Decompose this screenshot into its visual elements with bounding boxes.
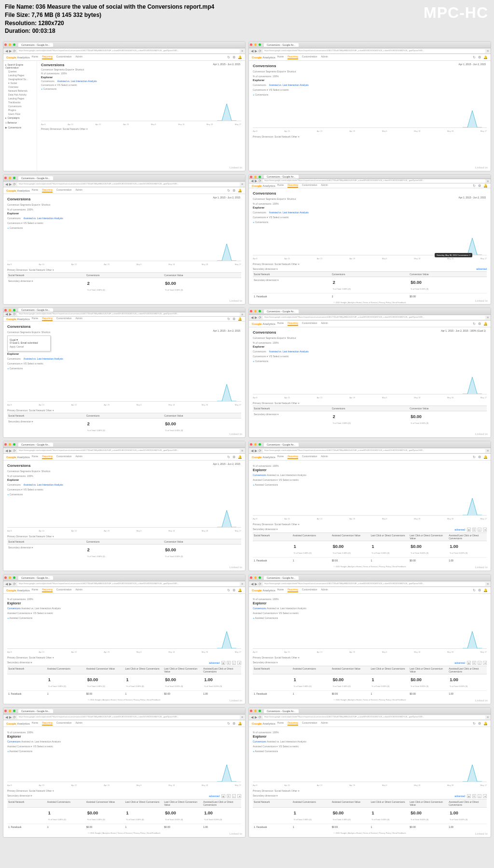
menu-icon[interactable]: ≡: [241, 582, 243, 586]
nav-reporting[interactable]: Reporting: [42, 188, 53, 193]
close-icon[interactable]: [4, 309, 7, 311]
back-icon[interactable]: ◀: [5, 449, 8, 453]
reload-icon[interactable]: ⟳: [259, 49, 261, 53]
nav-admin[interactable]: Admin: [321, 588, 328, 592]
browser-tab[interactable]: Conversions - Google An...: [264, 709, 299, 713]
menu-icon[interactable]: ≡: [487, 180, 489, 183]
browser-tab[interactable]: Conversions - Google An...: [264, 309, 299, 313]
export-bar[interactable]: Conversion Segments Export ▾ Shortcut: [7, 331, 241, 334]
sidebar-item[interactable]: Queries: [5, 70, 35, 73]
menu-icon[interactable]: ≡: [487, 715, 489, 719]
forward-icon[interactable]: ▶: [9, 182, 12, 186]
nav-home[interactable]: Home: [32, 55, 38, 59]
url-field[interactable]: https://www.google.com/analytics/web/?hl…: [263, 316, 485, 320]
view-mode-icon[interactable]: ◫: [478, 661, 481, 665]
view-mode-icon[interactable]: ☰: [472, 661, 476, 665]
primary-dimension[interactable]: Primary Dimension: Social Network Other …: [7, 535, 241, 538]
nav-customization[interactable]: Customization: [56, 455, 72, 459]
view-mode-icon[interactable]: ◫: [478, 528, 481, 532]
view-mode-icon[interactable]: ⊞: [483, 661, 487, 665]
nav-customization[interactable]: Customization: [56, 188, 72, 193]
browser-tab[interactable]: Conversions - Google An...: [264, 175, 299, 179]
tab-assisted[interactable]: Assisted vs. Last Interaction Analysis: [57, 80, 97, 83]
nav-customization[interactable]: Customization: [302, 588, 317, 592]
settings-icon[interactable]: ⚙: [233, 56, 235, 59]
nav-home[interactable]: Home: [277, 721, 284, 726]
refresh-icon[interactable]: ↻: [473, 722, 476, 726]
settings-icon[interactable]: ⚙: [478, 455, 481, 459]
primary-dimension[interactable]: Primary Dimension: Social Network Other …: [253, 402, 487, 405]
settings-icon[interactable]: ⚙: [478, 722, 481, 726]
menu-icon[interactable]: ≡: [487, 49, 489, 53]
notifications-icon[interactable]: 🔔: [238, 455, 242, 459]
view-mode-icon[interactable]: ◫: [478, 794, 481, 798]
metric-selector[interactable]: Conversions ▾ VS Select a metric: [253, 355, 487, 358]
date-range[interactable]: Apr 1, 2015 - Jun 2, 2015: [213, 329, 240, 332]
sidebar-item[interactable]: Data Hub Activity: [5, 93, 35, 97]
reload-icon[interactable]: ⟳: [13, 182, 16, 186]
maximize-icon[interactable]: [259, 176, 261, 178]
forward-icon[interactable]: ▶: [9, 715, 12, 719]
nav-reporting[interactable]: Reporting: [288, 588, 298, 592]
tab-conversions[interactable]: Conversions: [253, 84, 266, 86]
view-mode-icon[interactable]: ⊞: [237, 794, 241, 798]
menu-icon[interactable]: ≡: [241, 313, 243, 316]
browser-tab[interactable]: Conversions - Google An...: [18, 443, 53, 447]
refresh-icon[interactable]: ↻: [227, 588, 230, 592]
nav-home[interactable]: Home: [32, 317, 38, 321]
menu-icon[interactable]: ≡: [241, 715, 243, 719]
tab-conversions[interactable]: Conversions: [41, 80, 55, 83]
nav-customization[interactable]: Customization: [302, 455, 317, 459]
back-icon[interactable]: ◀: [251, 582, 253, 586]
maximize-icon[interactable]: [259, 710, 261, 712]
sidebar-item[interactable]: ▾ Social: [5, 81, 35, 85]
browser-tab[interactable]: Conversions - Google An...: [18, 308, 53, 312]
view-mode-icon[interactable]: ⊞: [237, 661, 241, 665]
notifications-icon[interactable]: 🔔: [483, 455, 488, 459]
refresh-icon[interactable]: ↻: [227, 317, 230, 321]
back-icon[interactable]: ◀: [5, 715, 8, 719]
nav-home[interactable]: Home: [32, 721, 38, 726]
nav-admin[interactable]: Admin: [76, 721, 82, 726]
table-row[interactable]: 1. Facebook2$0.00: [253, 293, 487, 299]
minimize-icon[interactable]: [9, 43, 11, 46]
settings-icon[interactable]: ⚙: [233, 722, 235, 726]
nav-customization[interactable]: Customization: [56, 317, 72, 321]
maximize-icon[interactable]: [13, 309, 15, 311]
close-icon[interactable]: [4, 443, 7, 446]
export-bar[interactable]: Conversion Segments Export ▾ Shortcut: [253, 336, 487, 339]
back-icon[interactable]: ◀: [251, 179, 253, 183]
back-icon[interactable]: ◀: [251, 449, 253, 453]
nav-home[interactable]: Home: [277, 588, 284, 592]
url-field[interactable]: https://www.google.com/analytics/web/?hl…: [263, 582, 485, 586]
back-icon[interactable]: ◀: [5, 182, 8, 186]
settings-icon[interactable]: ⚙: [478, 184, 481, 188]
tab-conversions[interactable]: Conversions: [7, 217, 21, 220]
url-field[interactable]: https://www.google.com/analytics/web/?hl…: [263, 715, 485, 719]
forward-icon[interactable]: ▶: [9, 582, 12, 586]
nav-admin[interactable]: Admin: [76, 455, 82, 459]
export-bar[interactable]: Conversion Segments Export ▾ Shortcut: [7, 470, 241, 473]
browser-tab[interactable]: Conversions - Google An...: [18, 176, 53, 180]
reload-icon[interactable]: ⟳: [259, 715, 261, 719]
notifications-icon[interactable]: 🔔: [238, 56, 242, 59]
sidebar-item[interactable]: ▸ Search Engine Optimization: [5, 63, 35, 70]
refresh-icon[interactable]: ↻: [473, 322, 476, 326]
settings-icon[interactable]: ⚙: [478, 56, 481, 59]
back-icon[interactable]: ◀: [251, 49, 253, 53]
reload-icon[interactable]: ⟳: [13, 449, 16, 453]
minimize-icon[interactable]: [9, 710, 11, 712]
primary-dimension[interactable]: Primary Dimension: Social Network Other …: [253, 135, 487, 138]
refresh-icon[interactable]: ↻: [473, 56, 476, 59]
url-field[interactable]: https://www.google.com/analytics/web/?hl…: [263, 49, 485, 53]
nav-customization[interactable]: Customization: [56, 55, 72, 59]
maximize-icon[interactable]: [13, 710, 15, 712]
tab-conversions[interactable]: Conversions: [7, 483, 21, 486]
back-icon[interactable]: ◀: [251, 715, 253, 719]
minimize-icon[interactable]: [254, 43, 257, 46]
back-icon[interactable]: ◀: [251, 316, 253, 320]
minimize-icon[interactable]: [254, 310, 257, 312]
sidebar-item[interactable]: Plugins: [5, 108, 35, 112]
view-mode-icon[interactable]: ⊞: [483, 794, 487, 798]
sidebar-item[interactable]: Network Referrals: [5, 89, 35, 93]
